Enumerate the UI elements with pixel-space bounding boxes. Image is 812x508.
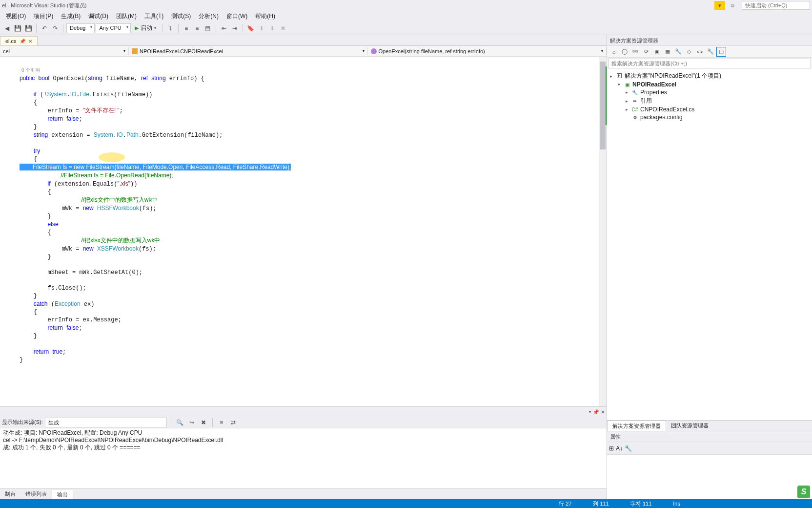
app-title: el - Microsoft Visual Studio (管理员) (2, 2, 86, 9)
output-source-combo[interactable]: 生成 (45, 418, 167, 427)
start-debug-button[interactable]: ▶ 启动 ▾ (132, 23, 159, 34)
scroll-thumb[interactable] (600, 62, 606, 149)
solution-search-input[interactable] (608, 59, 811, 68)
step-icon[interactable]: ⤵ (165, 23, 175, 33)
menu-project[interactable]: 项目(P) (30, 11, 57, 21)
bottom-tab-strip: 制台 错误列表 输出 (0, 488, 607, 499)
indent-left-icon[interactable]: ≡ (182, 23, 191, 33)
config-dropdown[interactable]: Debug (66, 23, 95, 33)
menu-analyze[interactable]: 分析(N) (195, 11, 223, 21)
menu-debug[interactable]: 调试(D) (84, 11, 112, 21)
sync-icon[interactable]: 👓 (630, 47, 640, 57)
status-ins: Ins (673, 501, 680, 507)
output-wrap-icon[interactable]: ≡ (217, 418, 226, 427)
solution-explorer-title: 解决方案资源管理器 (607, 35, 812, 46)
output-text[interactable]: 动生成: 项目: NPOIReadExcel, 配置: Debug Any CP… (0, 428, 607, 488)
ime-indicator-icon[interactable]: S (797, 486, 810, 498)
back-icon[interactable]: ◯ (620, 47, 629, 57)
save-all-icon[interactable]: 💾 (23, 23, 33, 33)
quick-launch-input[interactable] (742, 1, 810, 10)
start-label: 启动 (141, 24, 152, 32)
menu-view[interactable]: 视图(O) (2, 11, 30, 21)
indent-icon[interactable]: ⇥ (230, 23, 240, 33)
menu-test[interactable]: 测试(S) (167, 11, 195, 21)
refresh-icon[interactable]: ⟳ (641, 47, 651, 57)
tab-el-cs[interactable]: el.cs 📌 ✕ (0, 36, 38, 45)
props-wrench-icon[interactable]: 🔧 (625, 445, 632, 452)
tab-team-explorer[interactable]: 团队资源管理器 (666, 421, 713, 431)
document-tab-strip: el.cs 📌 ✕ (0, 35, 607, 46)
feedback-icon[interactable]: ☺ (727, 1, 738, 10)
nav-project-combo[interactable]: cel ▾ (0, 47, 129, 55)
comment-icon[interactable]: ▤ (203, 23, 213, 33)
view-code-icon[interactable]: <> (695, 47, 705, 57)
collapse-all-icon[interactable]: ▣ (652, 47, 662, 57)
menu-build[interactable]: 生成(B) (57, 11, 84, 21)
packages-config-node[interactable]: ⚙packages.config (608, 113, 811, 121)
properties-node[interactable]: ▸🔧Properties (608, 88, 811, 96)
reference-count[interactable]: 0 个引用 (20, 67, 40, 73)
nav-method-combo[interactable]: OpenExcel(string fileName, ref string er… (368, 47, 607, 55)
indent-right-icon[interactable]: ≡ (192, 23, 202, 33)
nav-class-combo[interactable]: NPOIReadExcel.CNPOIReadExcel ▾ (129, 47, 368, 55)
output-toggle-icon[interactable]: ⇄ (228, 418, 238, 427)
method-icon (371, 48, 377, 54)
status-char: 字符 111 (630, 500, 651, 508)
clear-bookmark-icon[interactable]: ✖ (278, 23, 288, 33)
menu-team[interactable]: 团队(M) (112, 11, 141, 21)
alpha-sort-icon[interactable]: A↓ (616, 445, 623, 452)
next-bookmark-icon[interactable]: ⬇ (267, 23, 277, 33)
panel-close-icon[interactable]: ✕ (601, 409, 605, 415)
status-bar: 行 27 列 111 字符 111 Ins (0, 499, 812, 508)
output-clear-icon[interactable]: ✖ (199, 418, 208, 427)
pin-icon[interactable]: 📌 (20, 39, 25, 44)
project-node[interactable]: ▾▣NPOIReadExcel (608, 81, 811, 88)
code-editor[interactable]: ▣ 0 个引用 public bool OpenExcel(string fil… (0, 57, 607, 406)
output-source-label: 显示输出来源(S): (2, 419, 43, 426)
panel-pin-icon[interactable]: 📌 (593, 409, 599, 415)
status-line: 行 27 (559, 500, 571, 508)
home-icon[interactable]: ⌂ (609, 47, 619, 57)
tab-output[interactable]: 输出 (52, 489, 73, 500)
tab-error-list[interactable]: 错误列表 (20, 489, 52, 499)
tab-console[interactable]: 制台 (0, 489, 20, 499)
properties-icon[interactable]: 🔧 (673, 47, 683, 57)
cursor-highlight (99, 152, 125, 162)
selected-line: FileStream fs = new FileStream(fileName,… (20, 164, 291, 170)
side-tab-strip: 解决方案资源管理器 团队资源管理器 (607, 420, 812, 431)
properties-panel: 属性 ⊞ A↓ 🔧 (607, 431, 812, 499)
save-icon[interactable]: 💾 (13, 23, 22, 33)
title-bar: el - Microsoft Visual Studio (管理员) ▾ ☺ (0, 0, 812, 11)
menu-help[interactable]: 帮助(H) (251, 11, 279, 21)
panel-dropdown-icon[interactable]: ▾ (589, 410, 591, 414)
bookmark-icon[interactable]: 🔖 (246, 23, 256, 33)
tab-solution-explorer[interactable]: 解决方案资源管理器 (607, 421, 666, 431)
references-node[interactable]: ▸▪▪引用 (608, 96, 811, 106)
prev-bookmark-icon[interactable]: ⬆ (257, 23, 266, 33)
play-icon: ▶ (135, 25, 139, 31)
menu-bar: 视图(O) 项目(P) 生成(B) 调试(D) 团队(M) 工具(T) 测试(S… (0, 11, 812, 21)
menu-tools[interactable]: 工具(T) (141, 11, 167, 21)
vertical-scrollbar[interactable] (599, 57, 607, 406)
outdent-icon[interactable]: ⇤ (219, 23, 229, 33)
status-col: 列 111 (593, 500, 609, 508)
redo-icon[interactable]: ↷ (50, 23, 60, 33)
platform-dropdown[interactable]: Any CPU (96, 23, 130, 33)
preview-icon[interactable]: ◇ (684, 47, 694, 57)
solution-toolbar: ⌂ ◯ 👓 ⟳ ▣ ▦ 🔧 ◇ <> 🔧 ▢ (607, 46, 812, 58)
solution-tree[interactable]: ▸🄼解决方案"NPOIReadExcel"(1 个项目) ▾▣NPOIReadE… (607, 69, 812, 420)
menu-window[interactable]: 窗口(W) (223, 11, 251, 21)
output-find-icon[interactable]: 🔍 (175, 418, 185, 427)
properties-title: 属性 (607, 431, 812, 442)
solution-root[interactable]: ▸🄼解决方案"NPOIReadExcel"(1 个项目) (608, 71, 811, 81)
notification-flag-icon[interactable]: ▾ (714, 1, 725, 10)
filter-icon[interactable]: ▢ (716, 47, 726, 57)
output-goto-icon[interactable]: ↪ (187, 418, 197, 427)
cs-file-node[interactable]: ▸C#CNPOIReadExcel.cs (608, 106, 811, 113)
nav-back-icon[interactable]: ◀ (2, 23, 12, 33)
show-all-icon[interactable]: ▦ (663, 47, 672, 57)
categorize-icon[interactable]: ⊞ (609, 445, 614, 452)
wrench-icon[interactable]: 🔧 (706, 47, 715, 57)
close-icon[interactable]: ✕ (28, 39, 32, 44)
undo-icon[interactable]: ↶ (40, 23, 49, 33)
